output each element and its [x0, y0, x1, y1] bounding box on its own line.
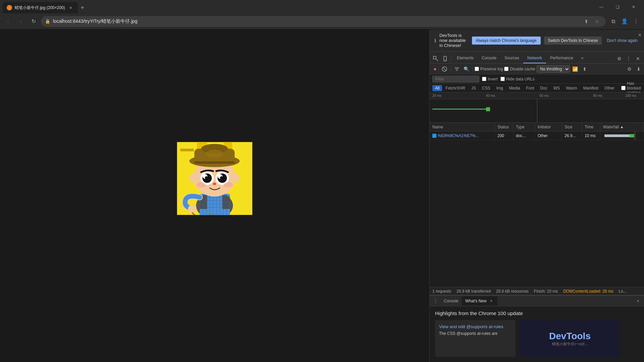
preserve-log-checkbox[interactable]: Preserve log — [475, 67, 503, 71]
refresh-button[interactable]: ↻ — [28, 16, 39, 27]
td-type: doc... — [513, 131, 535, 140]
back-button[interactable]: ‹ — [3, 16, 13, 27]
tab-close-button[interactable]: × — [68, 5, 74, 11]
export-button[interactable]: ⬇ — [635, 65, 643, 73]
type-btn-other[interactable]: Other — [602, 85, 617, 91]
type-btn-ws[interactable]: WS — [551, 85, 562, 91]
card-link-1[interactable]: View and edit @supports at-rules — [439, 324, 512, 329]
type-btn-all[interactable]: All — [432, 85, 442, 91]
tab-network[interactable]: Network — [523, 53, 546, 63]
th-time[interactable]: Time — [582, 123, 600, 131]
close-button[interactable]: ✕ — [626, 2, 641, 12]
bottom-more-button[interactable]: ⋮ — [431, 296, 440, 306]
extensions-button[interactable]: ⧉ — [608, 16, 619, 27]
disable-cache-checkbox[interactable]: Disable cache — [504, 67, 535, 71]
address-actions: ⬆ ☆ — [582, 17, 602, 26]
invert-checkbox[interactable]: Invert — [482, 77, 498, 81]
record-button[interactable]: ● — [431, 65, 439, 73]
devtools-settings-button[interactable]: ⚙ — [614, 54, 624, 63]
filter-toggle-button[interactable] — [453, 65, 461, 73]
network-conditions-button[interactable]: 📶 — [571, 65, 579, 73]
whats-new-close-button[interactable]: × — [489, 298, 494, 304]
window-controls: — ❑ ✕ — [594, 2, 641, 12]
timeline-cursor — [537, 99, 537, 123]
tab-performance[interactable]: Performance — [546, 53, 577, 63]
waterfall-cursor — [635, 132, 635, 140]
whats-new-title: Highlights from the Chrome 100 update — [435, 310, 639, 316]
device-toolbar-button[interactable] — [440, 54, 450, 63]
switch-devtools-button[interactable]: Switch DevTools to Chinese — [544, 37, 602, 45]
status-finish: Finish: 10 ms — [534, 289, 558, 294]
search-button[interactable]: 🔍 — [462, 65, 470, 73]
share-button[interactable]: ⬆ — [582, 17, 591, 26]
banner-text: DevTools is now available in Chinese! — [439, 33, 469, 48]
tab-console[interactable]: Console — [478, 53, 500, 63]
svg-line-41 — [436, 59, 438, 61]
svg-line-45 — [443, 68, 446, 70]
tab-elements[interactable]: Elements — [453, 53, 478, 63]
forward-button[interactable]: › — [15, 16, 26, 27]
type-btn-media[interactable]: Media — [506, 85, 523, 91]
svg-point-43 — [445, 60, 445, 60]
profile-button[interactable]: 👤 — [619, 16, 630, 27]
bottom-panel-close-button[interactable]: × — [633, 296, 643, 306]
tab-whats-new[interactable]: What's New × — [462, 296, 497, 306]
throttle-select[interactable]: No throttling — [537, 65, 570, 73]
tab-more[interactable]: » — [577, 53, 588, 63]
th-size[interactable]: Size — [562, 123, 582, 131]
new-tab-button[interactable]: + — [78, 3, 87, 12]
tab-favicon — [7, 5, 12, 10]
type-btn-font[interactable]: Font — [523, 85, 537, 91]
type-btn-fetch-xhr[interactable]: Fetch/XHR — [443, 85, 468, 91]
th-initiator[interactable]: Initiator — [535, 123, 562, 131]
menu-button[interactable]: ⋮ — [631, 16, 641, 27]
th-waterfall[interactable]: Waterfall ▲ — [600, 123, 644, 131]
browser-actions: ⧉ 👤 ⋮ — [608, 16, 641, 27]
type-btn-wasm[interactable]: Wasm — [563, 85, 580, 91]
tab-separator — [451, 55, 451, 60]
tab-console-bottom[interactable]: Console — [440, 296, 462, 306]
timeline-green-bar — [432, 109, 486, 110]
th-type[interactable]: Type — [513, 123, 535, 131]
tab-sources[interactable]: Sources — [500, 53, 523, 63]
type-btn-css[interactable]: CSS — [479, 85, 493, 91]
page-image-container — [177, 142, 253, 216]
minimize-button[interactable]: — — [594, 2, 609, 12]
address-bar[interactable]: 🔒 localhost:8443/tryYiTry/蜡笔小新牛仔.jpg ⬆ ☆ — [41, 16, 606, 27]
hide-data-urls-checkbox[interactable]: Hide data URLs — [500, 77, 535, 81]
svg-point-24 — [190, 174, 198, 183]
clear-button[interactable] — [440, 65, 448, 73]
always-match-button[interactable]: Always match Chrome's language — [472, 37, 541, 45]
type-btn-img[interactable]: Img — [494, 85, 506, 91]
td-initiator: Other — [535, 131, 562, 140]
devtools-close-button[interactable]: ✕ — [633, 54, 643, 63]
th-status[interactable]: Status — [495, 123, 513, 131]
dont-show-again-button[interactable]: Don't show again — [605, 37, 639, 45]
network-settings-button[interactable]: ⚙ — [625, 65, 633, 73]
banner-close-button[interactable]: × — [638, 32, 641, 38]
svg-point-35 — [219, 175, 221, 177]
type-btn-manifest[interactable]: Manifest — [581, 85, 601, 91]
lock-icon: 🔒 — [45, 19, 50, 24]
devtools-banner: ℹ DevTools is now available in Chinese! … — [430, 29, 644, 52]
waterfall-gray-bar — [604, 134, 630, 137]
devtools-panel: ℹ DevTools is now available in Chinese! … — [429, 29, 644, 362]
th-name[interactable]: Name — [430, 123, 495, 131]
bottom-tabs: ⋮ Console What's New × × — [430, 296, 644, 306]
status-resources: 26.6 kB resources — [496, 289, 529, 294]
network-table: Name Status Type Initiator Size — [430, 123, 644, 287]
type-btn-js[interactable]: JS — [469, 85, 479, 91]
address-text: localhost:8443/tryYiTry/蜡笔小新牛仔.jpg — [53, 18, 579, 24]
inspect-element-button[interactable] — [431, 54, 440, 63]
status-requests: 1 requests — [432, 289, 451, 294]
maximize-button[interactable]: ❑ — [610, 2, 625, 12]
filter-input[interactable] — [432, 76, 479, 82]
type-btn-doc[interactable]: Doc — [537, 85, 550, 91]
page-image — [177, 142, 253, 215]
active-tab[interactable]: 蜡笔小新牛仔.jpg (200×200) × — [3, 2, 78, 13]
devtools-options-button[interactable]: ⋮ — [624, 54, 633, 63]
bookmark-button[interactable]: ☆ — [592, 17, 602, 26]
import-button[interactable]: ⬆ — [581, 65, 589, 73]
table-row[interactable]: %E8%9C%A1%E7%... 200 doc... Other 26.9..… — [430, 131, 644, 140]
status-load: Lo... — [619, 289, 627, 294]
